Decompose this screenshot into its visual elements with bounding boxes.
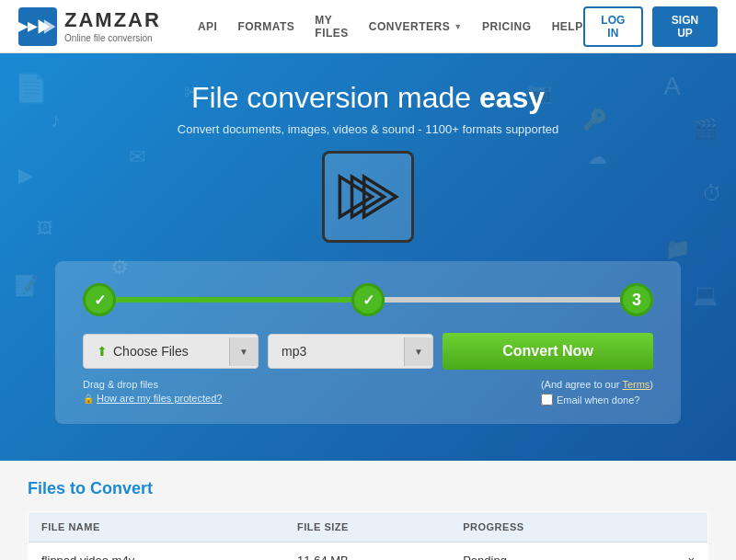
col-filesize-header: FILE SIZE bbox=[284, 512, 450, 543]
col-actions-header bbox=[637, 512, 708, 543]
nav-converters[interactable]: CONVERTERS ▼ bbox=[369, 20, 462, 33]
terms-link[interactable]: Terms bbox=[622, 379, 650, 390]
format-value: mp3 bbox=[269, 335, 404, 368]
drag-drop-text: Drag & drop files bbox=[83, 379, 222, 390]
deco-laptop-icon: 💻 bbox=[693, 283, 718, 307]
email-checkbox[interactable] bbox=[541, 394, 553, 406]
file-progress-cell: Pending bbox=[450, 543, 637, 561]
controls-row: ⬆ Choose Files ▼ mp3 ▼ Convert Now bbox=[83, 333, 653, 370]
files-title-normal: Files to bbox=[28, 479, 90, 497]
nav-actions: LOG IN SIGN UP bbox=[583, 6, 718, 47]
signup-button[interactable]: SIGN UP bbox=[652, 6, 718, 47]
svg-marker-2 bbox=[339, 177, 372, 217]
deco-doc-icon: 📝 bbox=[14, 274, 39, 298]
logo: ZAMZAR Online file conversion bbox=[18, 7, 161, 46]
hero-graphic bbox=[322, 151, 414, 243]
logo-title: ZAMZAR bbox=[64, 8, 161, 32]
navbar: ZAMZAR Online file conversion API FORMAT… bbox=[0, 0, 736, 53]
helper-left: Drag & drop files 🔒 How are my files pro… bbox=[83, 379, 222, 404]
col-filename-header: FILE NAME bbox=[29, 512, 285, 543]
converter-box: ✓ ✓ 3 ⬆ Choose Files ▼ mp3 ▼ Convert Now bbox=[55, 261, 681, 424]
hero-subtitle: Convert documents, images, videos & soun… bbox=[178, 122, 558, 136]
format-dropdown-arrow[interactable]: ▼ bbox=[404, 337, 432, 366]
nav-formats[interactable]: FORMATS bbox=[237, 20, 294, 33]
protection-link-wrap: 🔒 How are my files protected? bbox=[83, 393, 222, 404]
deco-mail-icon: ✉ bbox=[129, 145, 145, 169]
nav-myfiles[interactable]: MY FILES bbox=[315, 14, 349, 40]
nav-help[interactable]: HELP bbox=[552, 20, 583, 33]
progress-steps: ✓ ✓ 3 bbox=[83, 283, 653, 316]
email-label-text: Email when done? bbox=[557, 394, 640, 406]
progress-line-1 bbox=[116, 297, 351, 303]
format-select[interactable]: mp3 ▼ bbox=[268, 334, 433, 369]
choose-files-main[interactable]: ⬆ Choose Files bbox=[84, 335, 229, 368]
logo-icon bbox=[18, 7, 57, 46]
choose-files-dropdown-arrow[interactable]: ▼ bbox=[229, 337, 258, 366]
col-progress-header: PROGRESS bbox=[450, 512, 637, 543]
step-2-circle: ✓ bbox=[351, 283, 385, 316]
svg-marker-3 bbox=[352, 177, 385, 217]
files-title-colored: Convert bbox=[90, 479, 153, 497]
chevron-down-icon: ▼ bbox=[454, 22, 462, 31]
deco-music-icon: ♪ bbox=[51, 109, 61, 132]
deco-folder-icon: 📁 bbox=[665, 237, 690, 261]
deco-jpg-icon: 📄 bbox=[14, 72, 48, 104]
protection-link[interactable]: How are my files protected? bbox=[97, 393, 222, 404]
helper-row: Drag & drop files 🔒 How are my files pro… bbox=[83, 379, 653, 406]
logo-text: ZAMZAR Online file conversion bbox=[64, 8, 161, 43]
deco-cloud-icon: ☁ bbox=[587, 145, 607, 169]
deco-video-icon: 🎬 bbox=[693, 118, 718, 142]
upload-icon: ⬆ bbox=[97, 344, 108, 359]
convert-now-button[interactable]: Convert Now bbox=[443, 333, 653, 370]
file-name-cell: flipped video.m4v bbox=[29, 543, 285, 561]
files-table-header: FILE NAME FILE SIZE PROGRESS bbox=[29, 512, 708, 543]
deco-play-icon: ▶ bbox=[18, 164, 34, 188]
nav-api[interactable]: API bbox=[198, 20, 218, 33]
deco-pdf-icon: A bbox=[663, 72, 681, 101]
remove-file-button[interactable]: × bbox=[637, 543, 708, 561]
progress-line-2 bbox=[385, 297, 620, 303]
files-title: Files to Convert bbox=[28, 479, 708, 498]
lock-icon: 🔒 bbox=[83, 394, 94, 404]
deco-key-icon: 🔑 bbox=[582, 109, 607, 132]
choose-files-label: Choose Files bbox=[113, 344, 189, 359]
nav-links: API FORMATS MY FILES CONVERTERS ▼ PRICIN… bbox=[198, 14, 583, 40]
login-button[interactable]: LOG IN bbox=[583, 6, 643, 47]
table-row: flipped video.m4v 11.64 MB Pending × bbox=[29, 543, 708, 561]
file-size-cell: 11.64 MB bbox=[284, 543, 450, 561]
logo-subtitle: Online file conversion bbox=[64, 33, 161, 44]
hero-section: 📄 ♪ ▶ 🖼 📝 A 🎬 ⏱ 📁 💻 ✂ 📷 ✉ ☁ ⚙ 🔑 File con… bbox=[0, 53, 736, 461]
step-1-circle: ✓ bbox=[83, 283, 116, 316]
nav-pricing[interactable]: PRICING bbox=[482, 20, 532, 33]
step-3-circle: 3 bbox=[620, 283, 653, 316]
files-table-body: flipped video.m4v 11.64 MB Pending × bbox=[29, 543, 708, 561]
choose-files-button[interactable]: ⬆ Choose Files ▼ bbox=[83, 334, 259, 369]
files-section: Files to Convert FILE NAME FILE SIZE PRO… bbox=[0, 461, 736, 560]
helper-right: (And agree to our Terms) Email when done… bbox=[541, 379, 653, 406]
agree-text: (And agree to our Terms) bbox=[541, 379, 653, 390]
svg-marker-4 bbox=[364, 177, 397, 217]
deco-image-icon: 🖼 bbox=[37, 219, 53, 238]
nav-converters-link[interactable]: CONVERTERS bbox=[369, 20, 450, 33]
deco-clock-icon: ⏱ bbox=[702, 182, 722, 206]
email-label[interactable]: Email when done? bbox=[541, 394, 653, 406]
svg-marker-1 bbox=[44, 19, 56, 34]
files-table: FILE NAME FILE SIZE PROGRESS flipped vid… bbox=[28, 511, 708, 560]
hero-title: File conversion made easy bbox=[191, 81, 545, 115]
